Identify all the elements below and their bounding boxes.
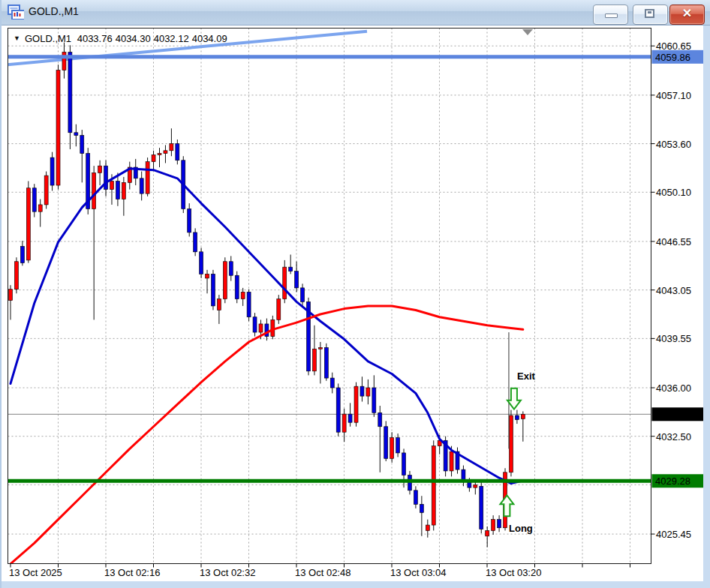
candle-bull [9,290,13,301]
candle-bear [247,292,251,316]
candle-bear [104,166,108,189]
candle-bull [152,154,155,161]
close-button[interactable]: ✕ [669,4,705,25]
candle-bear [50,158,54,185]
candle-bear [468,482,471,488]
time-tick-label: 13 Oct 02:32 [200,567,255,578]
candle-bull [56,70,60,185]
candle-bear [235,275,239,298]
candle-bear [32,188,36,212]
candle-bull [474,484,477,488]
candle-bear [378,412,382,426]
candle-bull [170,144,173,151]
candle-bear [176,144,179,160]
header-close: 4034.09 [192,33,227,44]
candle-bull [217,299,221,310]
exit-label[interactable]: Exit [517,370,536,382]
candle-bear [194,232,197,252]
candle-bull [62,52,66,70]
candle-bull [521,414,525,418]
chart-window-icon [8,4,24,20]
minimize-button[interactable] [593,4,628,25]
candle-bull [342,414,346,432]
header-symbol: GOLD.,M1 [25,33,71,44]
long-label[interactable]: Long [509,523,533,534]
candle-bear [498,520,501,528]
support-line-price-label: 4029.28 [655,476,690,487]
candle-bear [295,272,299,288]
price-tick-label: 4046.55 [656,236,691,248]
candle-bear [348,414,352,422]
maximize-button[interactable] [633,4,668,25]
candle-bull [146,162,149,194]
candle-bull [241,292,245,298]
window-frame-bottom [2,581,710,588]
candle-bear [253,317,257,332]
header-low: 4032.12 [154,33,189,44]
window-title: GOLD.,M1 [29,5,79,17]
candle-bull [283,267,287,299]
time-tick-label: 13 Oct 02:48 [295,567,350,578]
time-tick-label: 13 Oct 2025 [9,567,62,578]
candle-bull [158,154,161,155]
window-titlebar[interactable]: GOLD.,M1 ✕ [2,0,710,26]
candle-bull [259,324,263,332]
header-high: 4034.30 [116,33,151,44]
candle-bear [289,267,293,272]
symbol-dropdown-icon[interactable]: ▼ [14,34,20,42]
price-tick-label: 4043.05 [656,285,691,296]
candle-bull [366,388,370,396]
candle-bear [515,416,519,420]
candle-bull [318,347,322,349]
candle-bear [480,486,483,529]
candle-bull [486,530,489,536]
candle-bear [402,453,406,476]
candle-bear [74,133,78,136]
candle-bear [229,262,233,275]
price-tick-label: 4036.00 [656,382,691,394]
candle-bear [188,208,191,232]
candle-bull [492,520,495,531]
candle-bear [211,274,215,306]
mt4-chart-window: ExitLong4060.654057.104053.604050.104046… [0,0,710,588]
candle-bear [360,386,364,396]
time-tick-label: 13 Oct 03:04 [390,567,446,578]
candle-bear [336,388,340,432]
time-tick-label: 13 Oct 02:16 [104,567,160,578]
candle-bear [330,378,334,388]
candle-bear [140,178,143,194]
candle-bull [164,151,167,154]
candle-bull [390,438,394,459]
price-tick-label: 4053.60 [656,139,691,150]
resistance-line-price-label: 4059.86 [655,52,690,63]
price-tick-label: 4050.10 [656,187,691,198]
current-price-label: 4034.09 [655,409,690,420]
candle-bear [372,388,376,412]
candle-bear [420,504,423,512]
close-icon: ✕ [670,6,704,20]
candle-bull [44,176,48,205]
candle-bull [426,525,429,530]
candle-bull [206,274,209,278]
window-frame-right [703,25,710,588]
candle-bull [277,299,281,320]
chart-canvas[interactable]: ExitLong4060.654057.104053.604050.104046… [2,0,710,588]
candle-bear [116,181,119,199]
candle-bear [324,347,328,378]
candle-bull [354,386,358,422]
price-tick-label: 4039.55 [656,333,691,344]
time-tick-label: 13 Oct 03:20 [486,567,541,578]
candle-bull [98,166,102,172]
candle-bull [312,349,316,371]
chart-background [3,25,705,581]
candle-bear [396,438,400,453]
candle-bear [200,252,203,274]
price-tick-label: 4025.45 [656,529,691,540]
price-tick-label: 4057.10 [656,90,691,101]
candle-bull [38,205,42,212]
candle-bull [509,416,513,472]
header-open: 4033.76 [77,33,113,44]
candle-bear [80,135,84,153]
candle-bull [92,172,96,208]
candle-bear [414,490,417,504]
